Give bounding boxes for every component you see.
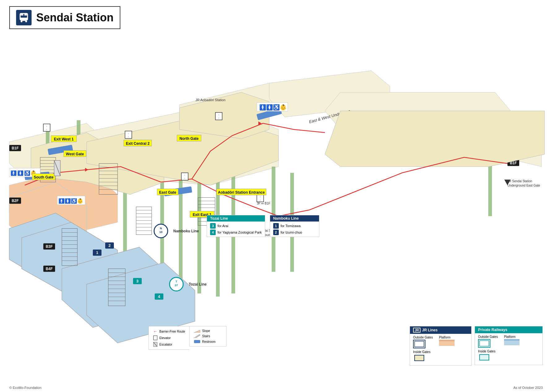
svg-text:07: 07	[175, 284, 178, 287]
station-title: Sendai Station	[36, 11, 114, 24]
slope-label: Slope	[202, 329, 210, 333]
svg-text:↑: ↑	[46, 125, 47, 127]
svg-rect-64	[136, 207, 152, 235]
svg-rect-6	[21, 20, 27, 21]
svg-text:♿: ♿	[71, 198, 77, 204]
namboku-line-box: Namboku Line 1 for Tomizawa 2 for Izumi-…	[270, 215, 319, 237]
svg-text:Underground East Gate: Underground East Gate	[507, 184, 540, 187]
namboku-p1: 1 for Tomizawa	[273, 223, 316, 229]
barrier-free-legend-item: ← Barrier-Free Route	[153, 329, 185, 334]
train-icon-box	[16, 10, 32, 25]
platform-2-badge: 2	[273, 230, 279, 235]
svg-text:↑: ↑	[218, 114, 219, 116]
train-icon	[18, 12, 29, 23]
svg-rect-3	[24, 14, 27, 15]
private-legend-items: Outside Gates Inside Gates Platform	[475, 333, 542, 365]
tozai-p4-label: for Yagiyama Zoological Park	[218, 230, 262, 234]
svg-text:East Gate: East Gate	[159, 190, 176, 195]
private-outside-gates-icon	[478, 339, 490, 348]
restroom-legend-item: Restroom	[194, 339, 222, 344]
stairs-legend-item: Stairs	[194, 334, 222, 338]
slope-stairs-legend: Slope Stairs Restroom	[189, 326, 226, 347]
private-outside-label: Outside Gates	[478, 335, 498, 338]
svg-text:↓: ↓	[260, 199, 261, 201]
jr-lines-label: JR Lines	[422, 328, 438, 332]
elevator-legend-icon: ↑ ↓	[153, 335, 157, 340]
svg-text:♿: ♿	[273, 104, 280, 111]
svg-text:🚹: 🚹	[259, 104, 266, 111]
svg-rect-201	[504, 339, 520, 341]
svg-text:North Gate: North Gate	[179, 136, 199, 141]
escalator-legend-icon	[153, 342, 157, 347]
private-railways-legend: Private Railways Outside Gates Inside Ga…	[475, 326, 543, 365]
svg-text:South Gate: South Gate	[34, 175, 54, 179]
private-platform-item: Platform	[504, 335, 520, 347]
svg-text:JR Aobadōri Station: JR Aobadōri Station	[195, 98, 225, 102]
bottom-legend: ← Barrier-Free Route ↑ ↓ Elevator Escala…	[149, 326, 543, 366]
svg-text:👶: 👶	[280, 104, 287, 111]
svg-text:4: 4	[158, 294, 160, 299]
jr-lines-title: JR JR Lines	[410, 326, 471, 334]
svg-text:2: 2	[108, 243, 110, 248]
namboku-p2: 2 for Izumi-chuo	[273, 230, 316, 235]
jr-outside-gates-label: Outside Gates	[413, 336, 433, 339]
svg-text:B4F: B4F	[46, 267, 53, 271]
svg-rect-196	[439, 340, 455, 341]
jr-inside-gates-label: Inside Gates	[413, 350, 433, 354]
svg-text:3F ⇔ B1F: 3F ⇔ B1F	[257, 202, 270, 205]
svg-text:↓: ↓	[155, 338, 156, 340]
jr-outside-gates-icon	[413, 340, 425, 348]
tozai-line-title: Tozai Line	[207, 215, 265, 222]
escalator-label: Escalator	[159, 343, 172, 346]
platform-3-badge: 3	[210, 223, 216, 229]
svg-text:↓: ↓	[218, 117, 219, 119]
svg-text:🚹: 🚹	[58, 198, 65, 204]
jr-outside-gates-item: Outside Gates Inside Gates	[413, 336, 433, 364]
svg-text:↑: ↑	[128, 132, 129, 135]
svg-text:JR Sendai Station: JR Sendai Station	[507, 179, 532, 183]
restroom-label: Restroom	[202, 340, 215, 343]
svg-text:↓: ↓	[184, 177, 185, 179]
private-platform-label: Platform	[504, 335, 520, 338]
svg-text:B2F: B2F	[12, 199, 19, 203]
svg-text:B1F: B1F	[12, 146, 19, 150]
svg-rect-194	[415, 355, 424, 361]
svg-text:↓: ↓	[46, 128, 47, 130]
svg-text:👶: 👶	[77, 198, 83, 204]
svg-rect-198	[480, 341, 489, 346]
svg-text:1: 1	[96, 250, 98, 255]
stairs-label: Stairs	[202, 334, 210, 338]
svg-text:B3F: B3F	[46, 244, 53, 249]
jr-platform-icon	[439, 340, 455, 346]
platform-4-badge: 4	[210, 230, 216, 235]
svg-text:3: 3	[136, 279, 138, 283]
platform-1-badge: 1	[273, 223, 279, 229]
svg-text:Exit Central 2: Exit Central 2	[126, 141, 150, 146]
svg-text:↓: ↓	[128, 135, 129, 137]
jr-lines-legend: JR JR Lines Outside Gates Inside Gates P…	[410, 326, 472, 366]
namboku-line-title: Namboku Line	[270, 215, 319, 222]
private-platform-icon	[504, 339, 520, 345]
copyright-text: © EcoMo-Foundation	[9, 386, 41, 390]
svg-text:♿: ♿	[24, 170, 30, 176]
slope-legend-item: Slope	[194, 329, 222, 333]
jr-box-label: JR	[413, 328, 420, 333]
svg-line-188	[194, 334, 200, 338]
svg-text:N: N	[160, 227, 162, 230]
namboku-p1-label: for Tomizawa	[281, 224, 301, 228]
svg-rect-21	[216, 179, 220, 297]
svg-text:Tozai Line: Tozai Line	[189, 282, 207, 286]
jr-inside-gates-icon	[413, 354, 425, 362]
svg-text:🚺: 🚺	[65, 198, 71, 204]
svg-rect-193	[415, 341, 424, 347]
svg-text:T: T	[175, 280, 177, 283]
svg-text:↑: ↑	[260, 196, 261, 198]
barrier-free-label: Barrier-Free Route	[159, 330, 185, 333]
svg-text:Exit West 1: Exit West 1	[54, 137, 74, 141]
svg-text:🚹: 🚹	[11, 170, 17, 176]
svg-rect-199	[480, 355, 489, 360]
slope-legend-icon	[194, 329, 200, 333]
jr-platform-label: Platform	[439, 336, 455, 339]
svg-text:↑: ↑	[184, 174, 185, 176]
elevator-label: Elevator	[159, 336, 171, 340]
